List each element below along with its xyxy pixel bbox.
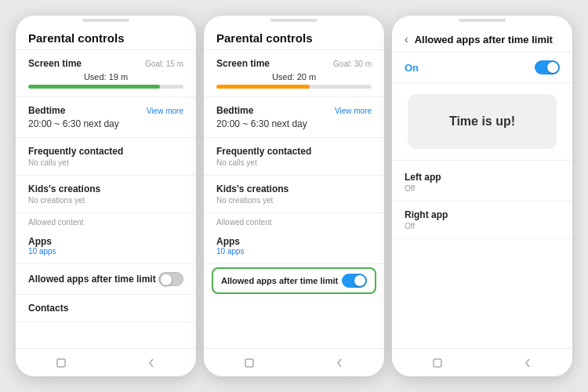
kids-sub-1: No creations yet [28,196,183,205]
screen-time-row-2: Screen time Goal: 30 m [216,58,372,69]
allowed-apps-label-2: Allowed apps after time limit [221,276,338,285]
progress-bar-fill-2 [216,85,310,89]
page-title-2: Parental controls [216,31,372,45]
allowed-apps-toggle-2[interactable] [342,274,367,288]
kids-label-1: Kids's creations [28,183,183,194]
nav-bar-1 [16,348,196,376]
toggle-knob-3 [547,62,558,73]
contacts-section-1: Frequently contacted No calls yet [16,138,196,176]
phone-frame-1: Parental controls Screen time Goal: 15 m… [16,16,196,376]
nav-back-1[interactable] [140,355,163,371]
phone-frame-3: ‹ Allowed apps after time limit On Time … [392,16,572,376]
on-toggle-3[interactable] [535,60,560,74]
right-app-row-3[interactable]: Right app Off [392,201,572,239]
back-icon-1 [147,357,156,369]
page-header-2: Parental controls [204,24,384,50]
time-is-up-text-3: Time is up! [449,114,515,129]
bedtime-label-2: Bedtime [216,105,253,116]
right-app-label-3: Right app [405,209,560,220]
screen-time-row-1: Screen time Goal: 15 m [28,58,183,69]
allowed-apps-toggle-1[interactable] [158,272,183,286]
bedtime-row-1: Bedtime View more [28,105,183,116]
allowed-apps-section-1: Allowed apps after time limit [16,264,196,295]
nav-home-3[interactable] [426,355,449,371]
allowed-content-label-2: Allowed content [204,213,384,228]
apps-sub-1[interactable]: 10 apps [28,247,183,256]
kids-section-2: Kids's creations No creations yet [204,176,384,213]
progress-bar-bg-1 [28,85,183,89]
nav-home-1[interactable] [49,355,73,371]
bedtime-time-1: 20:00 ~ 6:30 next day [28,118,183,129]
home-icon-3 [431,357,444,369]
contacts-bottom-section-1: Contacts [16,295,196,322]
bedtime-section-2: Bedtime View more 20:00 ~ 6:30 next day [204,97,384,138]
kids-sub-2: No creations yet [216,196,372,205]
notch-2 [270,19,318,22]
kids-label-2: Kids's creations [216,183,372,194]
contacts-sub-2: No calls yet [216,158,372,167]
screen-time-section-2: Screen time Goal: 30 m Used: 20 m [204,50,384,97]
time-is-up-box-3: Time is up! [408,94,557,149]
contacts-section-2: Frequently contacted No calls yet [204,138,384,176]
kids-section-1: Kids's creations No creations yet [16,176,196,213]
toggle-knob-2 [354,275,365,286]
contacts-sub-1: No calls yet [28,158,183,167]
allowed-header-3: ‹ Allowed apps after time limit [392,24,572,53]
contacts-bottom-1: Contacts [28,303,183,314]
divider-3 [392,160,572,161]
notch-3 [459,19,506,22]
screen-time-label-2: Screen time [216,58,270,69]
bedtime-time-2: 20:00 ~ 6:30 next day [216,118,372,129]
screen-time-section-1: Screen time Goal: 15 m Used: 19 m [16,50,196,97]
left-app-row-3[interactable]: Left app Off [392,164,572,201]
phone-content-1: Parental controls Screen time Goal: 15 m… [16,24,196,348]
nav-back-2[interactable] [328,355,351,371]
back-arrow-3[interactable]: ‹ [405,33,408,45]
screen-time-goal-2: Goal: 30 m [333,60,372,68]
bedtime-view-more-2[interactable]: View more [335,107,372,115]
svg-rect-2 [434,359,441,367]
screen-time-used-1: Used: 19 m [28,72,183,82]
home-icon-2 [243,357,256,369]
apps-label-1: Apps [28,236,183,247]
nav-bar-3 [392,348,572,376]
on-row-3: On [392,53,572,83]
back-icon-2 [335,357,344,369]
apps-sub-2[interactable]: 10 apps [216,247,372,256]
svg-rect-0 [57,359,65,367]
nav-bar-2 [204,348,384,376]
bedtime-section-1: Bedtime View more 20:00 ~ 6:30 next day [16,97,196,138]
toggle-knob-1 [161,274,172,285]
page-header-1: Parental controls [16,24,196,50]
bedtime-label-1: Bedtime [28,105,65,116]
notch-1 [82,19,129,22]
right-app-value-3: Off [405,222,560,230]
apps-label-2: Apps [216,236,372,247]
page-title-1: Parental controls [28,31,183,45]
apps-section-2: Apps 10 apps [204,228,384,264]
bedtime-row-2: Bedtime View more [216,105,372,116]
screen-time-label-1: Screen time [28,58,82,69]
phone-frame-2: Parental controls Screen time Goal: 30 m… [204,16,384,376]
progress-bar-bg-2 [216,85,372,89]
allowed-content-label-1: Allowed content [16,213,196,228]
progress-bar-fill-1 [28,85,160,89]
contacts-label-2: Frequently contacted [216,146,372,157]
left-app-label-3: Left app [405,172,560,183]
left-app-value-3: Off [405,184,560,193]
allowed-title-3: Allowed apps after time limit [415,34,553,45]
apps-section-1: Apps 10 apps [16,228,196,264]
bedtime-view-more-1[interactable]: View more [147,107,183,115]
phone-content-3: ‹ Allowed apps after time limit On Time … [392,24,572,348]
svg-rect-1 [245,359,253,367]
contacts-label-1: Frequently contacted [28,146,183,157]
nav-home-2[interactable] [238,355,261,371]
allowed-apps-highlighted-2: Allowed apps after time limit [212,267,376,294]
on-label-3: On [405,62,419,74]
phone-content-2: Parental controls Screen time Goal: 30 m… [204,24,384,348]
screen-time-goal-1: Goal: 15 m [145,60,183,68]
back-icon-3 [523,357,532,369]
home-icon-1 [55,357,67,369]
allowed-apps-label-1: Allowed apps after time limit [28,274,156,285]
nav-back-3[interactable] [516,355,539,371]
